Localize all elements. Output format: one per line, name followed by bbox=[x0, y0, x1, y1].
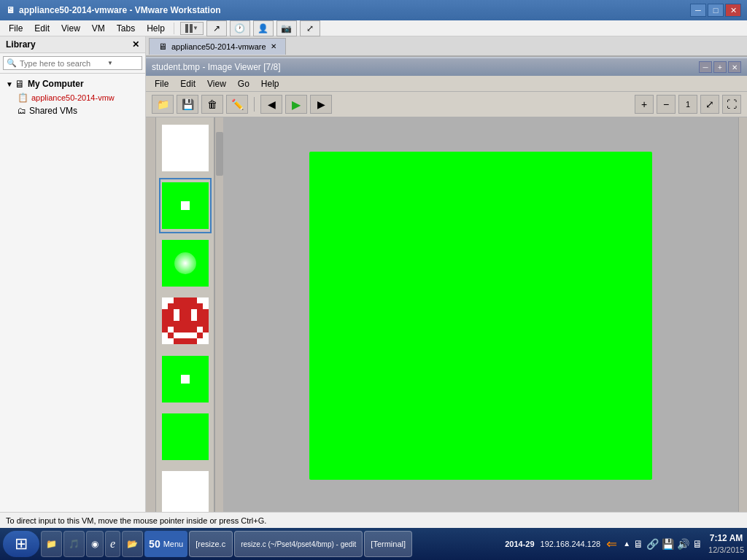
taskbar-icon-chrome[interactable]: ◉ bbox=[86, 531, 104, 557]
iv-scrollbar-thumb[interactable] bbox=[216, 132, 223, 176]
thumb-green-5-dot bbox=[181, 375, 190, 384]
library-header: Library ✕ bbox=[0, 36, 145, 53]
tray-volume-icon[interactable]: 🔊 bbox=[677, 538, 689, 550]
tree-item-my-computer[interactable]: ▼ 🖥 My Computer bbox=[3, 77, 142, 91]
iv-title: student.bmp - Image Viewer [7/8] bbox=[152, 62, 281, 72]
iv-zoom-in-button[interactable]: + bbox=[635, 95, 654, 114]
pause-tool-button[interactable]: ▼ bbox=[180, 22, 204, 35]
window-title: appliance50-2014-vmware - VMware Worksta… bbox=[19, 5, 221, 15]
iv-menu-bar: File Edit View Go Help bbox=[146, 76, 747, 92]
menu-view[interactable]: View bbox=[55, 22, 86, 35]
snapshot-button[interactable]: 📷 bbox=[276, 20, 297, 36]
thumb-smiley-1 bbox=[162, 125, 209, 171]
vm-badge-label: Menu bbox=[163, 540, 184, 548]
thumbnail-6[interactable] bbox=[159, 409, 212, 464]
smiley-svg-2 bbox=[162, 298, 209, 344]
ctrl-alt-del-button[interactable]: ↗ bbox=[206, 20, 227, 36]
status-message: To direct input to this VM, move the mou… bbox=[6, 516, 266, 525]
iv-menu-view[interactable]: View bbox=[201, 77, 232, 90]
iv-delete-button[interactable]: 🗑 bbox=[201, 95, 223, 114]
iv-fullscreen-button[interactable]: ⛶ bbox=[722, 95, 741, 114]
library-close-icon[interactable]: ✕ bbox=[132, 39, 139, 50]
thumbnail-3[interactable] bbox=[159, 236, 212, 291]
tray-network-icon: 🖥 bbox=[633, 538, 643, 550]
taskbar-icon-files[interactable]: 📁 bbox=[41, 531, 62, 557]
iv-menu-edit[interactable]: Edit bbox=[174, 77, 201, 90]
fullscreen-button[interactable]: ⤢ bbox=[300, 20, 320, 36]
svg-rect-20 bbox=[174, 338, 197, 344]
iv-thumbnail-scrollbar[interactable] bbox=[214, 117, 223, 528]
search-dropdown-icon[interactable]: ▼ bbox=[107, 60, 113, 66]
menu-help[interactable]: Help bbox=[141, 22, 171, 35]
minimize-button[interactable]: ─ bbox=[690, 4, 706, 17]
taskbar-icon-media[interactable]: 🎵 bbox=[63, 531, 85, 557]
iv-menu-file[interactable]: File bbox=[149, 77, 174, 90]
vm-icon: 📋 bbox=[18, 93, 28, 103]
main-image-green bbox=[309, 152, 652, 480]
library-search-box: 🔍 ▼ bbox=[3, 56, 142, 70]
iv-toolbar: 📁 💾 🗑 ✏️ ◀ ▶ ▶ + − 1 ⤢ ⛶ bbox=[146, 92, 747, 117]
iv-content: student.bmp 12 x 12 3891.7% bbox=[146, 117, 747, 528]
menu-vm[interactable]: VM bbox=[86, 22, 111, 35]
iv-menu-help[interactable]: Help bbox=[255, 77, 285, 90]
taskbar-task-terminal[interactable]: [Terminal] bbox=[364, 531, 412, 557]
iv-zoom-out-button[interactable]: − bbox=[657, 95, 676, 114]
tree-item-shared-vms[interactable]: 🗂 Shared VMs bbox=[3, 104, 142, 117]
taskbar-icon-folder[interactable]: 📂 bbox=[122, 531, 143, 557]
iv-thumbnails bbox=[156, 117, 214, 528]
pause-icon bbox=[185, 24, 193, 33]
iv-open-button[interactable]: 📁 bbox=[152, 95, 174, 114]
iv-menu-go[interactable]: Go bbox=[232, 77, 255, 90]
iv-edit-button[interactable]: ✏️ bbox=[226, 95, 248, 114]
tray-usb-icon: 💾 bbox=[662, 538, 674, 550]
vm-tab-appliance[interactable]: 🖥 appliance50-2014-vmware ✕ bbox=[149, 38, 286, 55]
iv-prev-button[interactable]: ◀ bbox=[260, 95, 282, 114]
taskbar-vm-badge[interactable]: 50 Menu bbox=[144, 531, 187, 557]
taskbar: ⊞ 📁 🎵 ◉ e 📂 50 Menu [resize.c resize.c (… bbox=[0, 528, 747, 560]
expand-icon: ▼ bbox=[6, 80, 13, 88]
menu-tabs[interactable]: Tabs bbox=[111, 22, 141, 35]
iv-main-area: student.bmp 12 x 12 3891.7% bbox=[223, 117, 738, 528]
tree-item-vm[interactable]: 📋 appliance50-2014-vmw bbox=[3, 91, 142, 104]
user-button[interactable]: 👤 bbox=[253, 20, 274, 36]
taskbar-task-gedit[interactable]: resize.c (~/Pset4/pset4/bmp) - gedit bbox=[234, 531, 363, 557]
pause-dropdown-arrow: ▼ bbox=[193, 25, 198, 31]
main-menu-bar: File Edit View VM Tabs Help ▼ ↗ 🕐 👤 📷 ⤢ bbox=[0, 20, 747, 36]
svg-rect-15 bbox=[162, 309, 209, 315]
iv-close-button[interactable]: ✕ bbox=[728, 61, 741, 73]
taskbar-task-resize[interactable]: [resize.c bbox=[189, 531, 233, 557]
iv-right-scrollbar[interactable] bbox=[738, 117, 747, 528]
thumbnail-4[interactable] bbox=[159, 294, 212, 349]
thumb-green-glow-center bbox=[174, 252, 196, 274]
iv-minimize-button[interactable]: ─ bbox=[699, 61, 712, 73]
iv-fit-button[interactable]: ⤢ bbox=[700, 95, 719, 114]
vm-sys-info: 2014-29 bbox=[505, 540, 534, 548]
title-bar-left: 🖥 appliance50-2014-vmware - VMware Works… bbox=[6, 5, 221, 15]
search-input[interactable] bbox=[20, 59, 107, 68]
iv-save-button[interactable]: 💾 bbox=[177, 95, 198, 114]
vm-tab-close-icon[interactable]: ✕ bbox=[271, 42, 276, 50]
thumbnail-5[interactable] bbox=[159, 351, 212, 406]
tray-chevron-icon[interactable]: ▲ bbox=[623, 540, 630, 548]
thumbnail-1[interactable] bbox=[159, 120, 212, 175]
start-button[interactable]: ⊞ bbox=[3, 531, 39, 557]
thumb-green-dot-center bbox=[181, 201, 190, 210]
menu-file[interactable]: File bbox=[3, 22, 28, 35]
library-search-container: 🔍 ▼ bbox=[0, 53, 145, 74]
svg-rect-14 bbox=[168, 303, 203, 309]
svg-rect-21 bbox=[174, 309, 179, 321]
taskbar-icon-ie[interactable]: e bbox=[105, 531, 120, 557]
menu-edit[interactable]: Edit bbox=[28, 22, 55, 35]
svg-rect-23 bbox=[168, 327, 174, 332]
iv-next-button[interactable]: ▶ bbox=[310, 95, 332, 114]
thumb-green-6 bbox=[162, 413, 209, 460]
clock-button[interactable]: 🕐 bbox=[230, 20, 250, 36]
vm-tab-bar: 🖥 appliance50-2014-vmware ✕ bbox=[146, 36, 747, 57]
maximize-button[interactable]: □ bbox=[708, 4, 724, 17]
thumbnail-2[interactable] bbox=[159, 178, 212, 233]
iv-maximize-button[interactable]: + bbox=[713, 61, 727, 73]
iv-play-button[interactable]: ▶ bbox=[285, 95, 307, 114]
vm-tab-icon: 🖥 bbox=[158, 42, 167, 52]
close-button[interactable]: ✕ bbox=[725, 4, 741, 17]
arrow-icon: ⇐ bbox=[606, 536, 617, 552]
